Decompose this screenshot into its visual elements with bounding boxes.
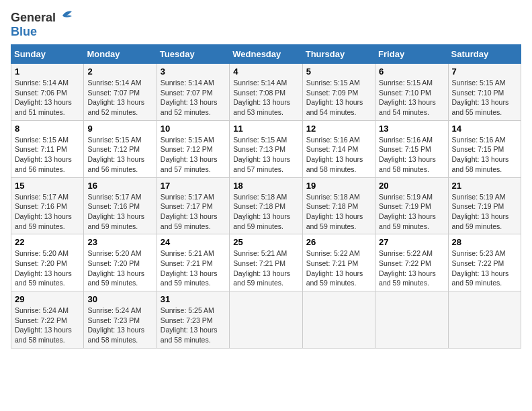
day-number: 24 xyxy=(161,237,226,247)
day-number: 12 xyxy=(306,124,371,134)
calendar-cell xyxy=(302,291,375,349)
day-info: Sunrise: 5:20 AMSunset: 7:20 PMDaylight:… xyxy=(15,249,72,287)
calendar-week-row: 8 Sunrise: 5:15 AMSunset: 7:11 PMDayligh… xyxy=(11,120,521,177)
calendar-cell: 7 Sunrise: 5:15 AMSunset: 7:10 PMDayligh… xyxy=(448,64,521,121)
day-number: 15 xyxy=(15,181,80,191)
day-number: 7 xyxy=(452,66,517,77)
day-info: Sunrise: 5:14 AMSunset: 7:06 PMDaylight:… xyxy=(15,79,72,116)
day-number: 8 xyxy=(15,124,80,134)
calendar-header-tuesday: Tuesday xyxy=(157,45,229,64)
calendar-cell: 30 Sunrise: 5:24 AMSunset: 7:23 PMDaylig… xyxy=(84,291,157,349)
calendar-header-monday: Monday xyxy=(84,45,157,64)
day-number: 22 xyxy=(15,237,80,247)
calendar-cell: 10 Sunrise: 5:15 AMSunset: 7:12 PMDaylig… xyxy=(157,120,229,177)
day-number: 28 xyxy=(452,237,517,247)
day-number: 20 xyxy=(379,181,444,191)
calendar-cell xyxy=(448,291,521,349)
calendar-cell: 21 Sunrise: 5:19 AMSunset: 7:19 PMDaylig… xyxy=(448,177,521,234)
calendar-header-wednesday: Wednesday xyxy=(230,45,302,64)
calendar-cell: 27 Sunrise: 5:22 AMSunset: 7:22 PMDaylig… xyxy=(375,234,448,291)
day-number: 4 xyxy=(233,66,298,77)
day-number: 10 xyxy=(161,124,226,134)
day-info: Sunrise: 5:24 AMSunset: 7:22 PMDaylight:… xyxy=(15,306,72,344)
day-info: Sunrise: 5:21 AMSunset: 7:21 PMDaylight:… xyxy=(161,249,218,287)
day-number: 19 xyxy=(306,181,371,191)
calendar-cell: 4 Sunrise: 5:14 AMSunset: 7:08 PMDayligh… xyxy=(230,64,302,121)
calendar-cell: 13 Sunrise: 5:16 AMSunset: 7:15 PMDaylig… xyxy=(375,120,448,177)
calendar-cell: 26 Sunrise: 5:22 AMSunset: 7:21 PMDaylig… xyxy=(302,234,375,291)
calendar-cell: 17 Sunrise: 5:17 AMSunset: 7:17 PMDaylig… xyxy=(157,177,229,234)
calendar-cell: 28 Sunrise: 5:23 AMSunset: 7:22 PMDaylig… xyxy=(448,234,521,291)
logo-blue-text: Blue xyxy=(11,25,37,39)
day-number: 30 xyxy=(87,294,152,304)
calendar-cell: 20 Sunrise: 5:19 AMSunset: 7:19 PMDaylig… xyxy=(375,177,448,234)
day-info: Sunrise: 5:16 AMSunset: 7:15 PMDaylight:… xyxy=(379,136,436,173)
day-info: Sunrise: 5:19 AMSunset: 7:19 PMDaylight:… xyxy=(379,193,436,230)
day-info: Sunrise: 5:18 AMSunset: 7:18 PMDaylight:… xyxy=(233,193,290,230)
day-number: 11 xyxy=(233,124,298,134)
day-number: 23 xyxy=(87,237,152,247)
day-number: 25 xyxy=(233,237,298,247)
calendar-cell: 6 Sunrise: 5:15 AMSunset: 7:10 PMDayligh… xyxy=(375,64,448,121)
calendar-header-friday: Friday xyxy=(375,45,448,64)
day-number: 21 xyxy=(452,181,517,191)
calendar-cell: 2 Sunrise: 5:14 AMSunset: 7:07 PMDayligh… xyxy=(84,64,157,121)
day-number: 1 xyxy=(15,66,80,77)
calendar-cell: 9 Sunrise: 5:15 AMSunset: 7:12 PMDayligh… xyxy=(84,120,157,177)
calendar-cell: 16 Sunrise: 5:17 AMSunset: 7:16 PMDaylig… xyxy=(84,177,157,234)
day-info: Sunrise: 5:18 AMSunset: 7:18 PMDaylight:… xyxy=(306,193,363,230)
calendar-header-sunday: Sunday xyxy=(11,45,84,64)
day-info: Sunrise: 5:15 AMSunset: 7:12 PMDaylight:… xyxy=(87,136,144,173)
logo: General Blue xyxy=(11,11,73,39)
day-info: Sunrise: 5:15 AMSunset: 7:09 PMDaylight:… xyxy=(306,79,363,116)
calendar-table: SundayMondayTuesdayWednesdayThursdayFrid… xyxy=(11,44,521,349)
day-info: Sunrise: 5:21 AMSunset: 7:21 PMDaylight:… xyxy=(233,249,290,287)
day-info: Sunrise: 5:23 AMSunset: 7:22 PMDaylight:… xyxy=(452,249,509,287)
calendar-cell: 24 Sunrise: 5:21 AMSunset: 7:21 PMDaylig… xyxy=(157,234,229,291)
day-info: Sunrise: 5:17 AMSunset: 7:16 PMDaylight:… xyxy=(15,193,72,230)
day-info: Sunrise: 5:14 AMSunset: 7:08 PMDaylight:… xyxy=(233,79,290,116)
day-info: Sunrise: 5:22 AMSunset: 7:22 PMDaylight:… xyxy=(379,249,436,287)
day-info: Sunrise: 5:20 AMSunset: 7:20 PMDaylight:… xyxy=(87,249,144,287)
logo-bird-icon xyxy=(57,10,73,24)
day-info: Sunrise: 5:17 AMSunset: 7:17 PMDaylight:… xyxy=(161,193,218,230)
day-number: 13 xyxy=(379,124,444,134)
calendar-cell xyxy=(230,291,302,349)
day-info: Sunrise: 5:16 AMSunset: 7:14 PMDaylight:… xyxy=(306,136,363,173)
calendar-cell: 15 Sunrise: 5:17 AMSunset: 7:16 PMDaylig… xyxy=(11,177,84,234)
day-number: 6 xyxy=(379,66,444,77)
day-info: Sunrise: 5:14 AMSunset: 7:07 PMDaylight:… xyxy=(161,79,218,116)
calendar-cell: 8 Sunrise: 5:15 AMSunset: 7:11 PMDayligh… xyxy=(11,120,84,177)
day-number: 2 xyxy=(87,66,152,77)
day-number: 16 xyxy=(87,181,152,191)
day-number: 31 xyxy=(161,294,226,304)
calendar-cell: 5 Sunrise: 5:15 AMSunset: 7:09 PMDayligh… xyxy=(302,64,375,121)
day-info: Sunrise: 5:15 AMSunset: 7:13 PMDaylight:… xyxy=(233,136,290,173)
calendar-cell: 22 Sunrise: 5:20 AMSunset: 7:20 PMDaylig… xyxy=(11,234,84,291)
day-info: Sunrise: 5:14 AMSunset: 7:07 PMDaylight:… xyxy=(87,79,144,116)
day-info: Sunrise: 5:25 AMSunset: 7:23 PMDaylight:… xyxy=(161,306,218,344)
day-info: Sunrise: 5:22 AMSunset: 7:21 PMDaylight:… xyxy=(306,249,363,287)
calendar-cell: 23 Sunrise: 5:20 AMSunset: 7:20 PMDaylig… xyxy=(84,234,157,291)
day-number: 17 xyxy=(161,181,226,191)
logo-general-text: General xyxy=(11,11,56,25)
calendar-cell xyxy=(375,291,448,349)
day-info: Sunrise: 5:17 AMSunset: 7:16 PMDaylight:… xyxy=(87,193,144,230)
calendar-cell: 12 Sunrise: 5:16 AMSunset: 7:14 PMDaylig… xyxy=(302,120,375,177)
day-number: 27 xyxy=(379,237,444,247)
calendar-header-thursday: Thursday xyxy=(302,45,375,64)
calendar-week-row: 15 Sunrise: 5:17 AMSunset: 7:16 PMDaylig… xyxy=(11,177,521,234)
day-info: Sunrise: 5:16 AMSunset: 7:15 PMDaylight:… xyxy=(452,136,509,173)
day-number: 18 xyxy=(233,181,298,191)
calendar-cell: 19 Sunrise: 5:18 AMSunset: 7:18 PMDaylig… xyxy=(302,177,375,234)
calendar-cell: 31 Sunrise: 5:25 AMSunset: 7:23 PMDaylig… xyxy=(157,291,229,349)
day-number: 29 xyxy=(15,294,80,304)
day-info: Sunrise: 5:24 AMSunset: 7:23 PMDaylight:… xyxy=(87,306,144,344)
day-info: Sunrise: 5:19 AMSunset: 7:19 PMDaylight:… xyxy=(452,193,509,230)
calendar-cell: 14 Sunrise: 5:16 AMSunset: 7:15 PMDaylig… xyxy=(448,120,521,177)
calendar-cell: 11 Sunrise: 5:15 AMSunset: 7:13 PMDaylig… xyxy=(230,120,302,177)
calendar-cell: 29 Sunrise: 5:24 AMSunset: 7:22 PMDaylig… xyxy=(11,291,84,349)
day-number: 5 xyxy=(306,66,371,77)
calendar-header-saturday: Saturday xyxy=(448,45,521,64)
calendar-week-row: 29 Sunrise: 5:24 AMSunset: 7:22 PMDaylig… xyxy=(11,291,521,349)
